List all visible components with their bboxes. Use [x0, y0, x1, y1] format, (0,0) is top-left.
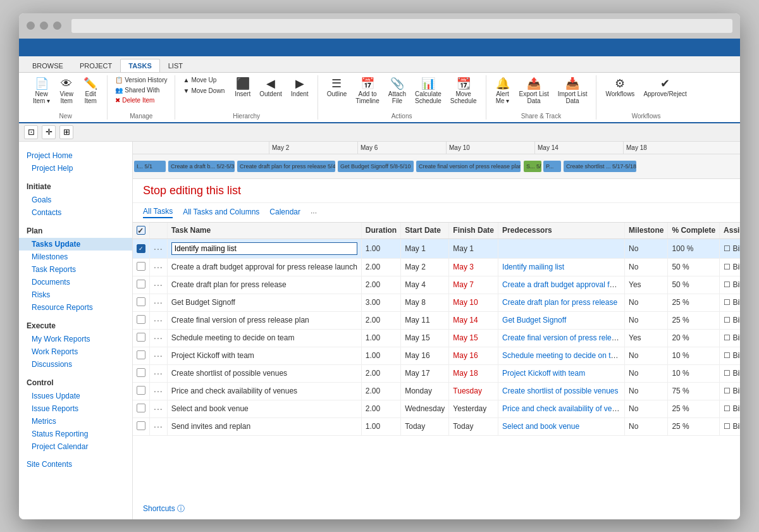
sidebar-item-milestones[interactable]: Milestones — [19, 251, 132, 263]
tab-all-tasks[interactable]: All Tasks — [143, 207, 173, 218]
toolbar-btn-1[interactable]: ⊡ — [24, 125, 38, 139]
row-dots-button[interactable]: ··· — [154, 262, 163, 272]
row-checkbox[interactable] — [137, 421, 145, 430]
row-checkbox[interactable] — [137, 315, 145, 324]
row-task-name[interactable]: Create a draft budget approval for press… — [167, 258, 361, 276]
row-checkbox[interactable] — [137, 368, 145, 377]
row-checkbox[interactable] — [137, 280, 145, 288]
import-list-button[interactable]: 📥 Import ListData — [554, 75, 591, 107]
row-task-name[interactable] — [167, 238, 361, 258]
predecessor-link[interactable]: Create a draft budget approval for press… — [502, 280, 625, 289]
tab-more[interactable]: ··· — [311, 208, 317, 217]
th-assigned-to[interactable]: Assigned To — [720, 223, 740, 239]
tab-list[interactable]: LIST — [160, 59, 191, 72]
sidebar-item-my-work-reports[interactable]: My Work Reports — [19, 333, 132, 345]
view-item-button[interactable]: 👁 ViewItem — [55, 75, 78, 107]
indent-button[interactable]: ▶ Indent — [287, 75, 312, 100]
row-predecessors[interactable]: Create a draft budget approval for press… — [498, 276, 625, 294]
sidebar-item-project-calendar[interactable]: Project Calendar — [19, 440, 132, 453]
toolbar-btn-3[interactable]: ⊞ — [59, 125, 73, 139]
sidebar-item-issue-reports[interactable]: Issue Reports — [19, 402, 132, 415]
move-down-button[interactable]: ▼ Move Down — [180, 86, 227, 96]
stop-editing-banner[interactable]: Stop editing this list — [133, 179, 740, 203]
row-task-name[interactable]: Get Budget Signoff — [167, 294, 361, 311]
sidebar-item-resource-reports[interactable]: Resource Reports — [19, 301, 132, 314]
row-task-name[interactable]: Create final version of press release pl… — [167, 311, 361, 329]
predecessor-link[interactable]: Create shortlist of possible venues — [502, 387, 618, 395]
th-task-name[interactable]: Task Name — [167, 223, 361, 239]
select-all-checkbox[interactable]: ✓ — [137, 226, 145, 235]
th-finish-date[interactable]: Finish Date — [449, 223, 498, 239]
row-task-name[interactable]: Price and check availability of venues — [167, 382, 361, 400]
row-dots-button[interactable]: ··· — [154, 368, 163, 378]
move-up-button[interactable]: ▲ Move Up — [180, 75, 227, 85]
calculate-schedule-button[interactable]: 📊 CalculateSchedule — [411, 75, 445, 107]
sidebar-item-work-reports[interactable]: Work Reports — [19, 345, 132, 358]
row-predecessors[interactable]: Create draft plan for press release — [498, 294, 625, 311]
minimize-btn[interactable] — [40, 22, 48, 30]
tab-tasks[interactable]: TASKS — [120, 59, 159, 72]
th-duration[interactable]: Duration — [361, 223, 400, 239]
shared-with-button[interactable]: 👥 Shared With — [113, 85, 162, 95]
sidebar-item-contacts[interactable]: Contacts — [19, 206, 132, 219]
row-dots-button[interactable]: ··· — [154, 244, 163, 254]
predecessor-link[interactable]: Schedule meeting to decide on team — [502, 351, 625, 360]
sidebar-item-status-reporting[interactable]: Status Reporting — [19, 428, 132, 440]
sidebar-item-task-reports[interactable]: Task Reports — [19, 263, 132, 276]
row-task-name[interactable]: Project Kickoff with team — [167, 347, 361, 364]
shortcuts-link[interactable]: Shortcuts ⓘ — [133, 498, 740, 519]
sidebar-item-risks[interactable]: Risks — [19, 288, 132, 301]
row-task-name[interactable]: Send invites and replan — [167, 418, 361, 435]
url-bar[interactable] — [71, 19, 732, 33]
workflows-button[interactable]: ⚙ Workflows — [602, 75, 638, 100]
sidebar-item-tasks-update[interactable]: Tasks Update — [19, 238, 132, 251]
row-predecessors[interactable]: Price and check availability of venues — [498, 400, 625, 418]
th-predecessors[interactable]: Predecessors — [498, 223, 625, 239]
toolbar-btn-2[interactable]: ✛ — [42, 125, 56, 139]
sidebar-item-project-help[interactable]: Project Help — [19, 162, 132, 175]
row-predecessors[interactable]: Project Kickoff with team — [498, 364, 625, 382]
row-dots-button[interactable]: ··· — [154, 280, 163, 290]
tab-browse[interactable]: BROWSE — [24, 59, 71, 72]
row-predecessors[interactable]: Create shortlist of possible venues — [498, 382, 625, 400]
attach-file-button[interactable]: 📎 AttachFile — [385, 75, 410, 107]
row-task-name[interactable]: Create draft plan for press release — [167, 276, 361, 294]
task-name-input[interactable] — [171, 242, 357, 255]
row-checkbox[interactable] — [137, 262, 145, 271]
sidebar-item-documents[interactable]: Documents — [19, 276, 132, 288]
delete-item-button[interactable]: ✖ Delete Item — [113, 96, 157, 105]
row-dots-button[interactable]: ··· — [154, 386, 163, 396]
sidebar-item-discussions[interactable]: Discussions — [19, 358, 132, 371]
sidebar-item-goals[interactable]: Goals — [19, 194, 132, 206]
row-predecessors[interactable] — [498, 238, 625, 258]
predecessor-link[interactable]: Get Budget Signoff — [502, 316, 566, 325]
row-predecessors[interactable]: Select and book venue — [498, 418, 625, 435]
row-checkbox[interactable] — [137, 350, 145, 359]
row-checkbox[interactable] — [137, 404, 145, 412]
sidebar-item-issues-update[interactable]: Issues Update — [19, 390, 132, 402]
row-predecessors[interactable]: Schedule meeting to decide on team — [498, 347, 625, 364]
version-history-button[interactable]: 📋 Version History — [113, 75, 170, 85]
row-dots-button[interactable]: ··· — [154, 350, 163, 361]
row-checkbox[interactable] — [137, 386, 145, 395]
tab-all-tasks-columns[interactable]: All Tasks and Columns — [183, 207, 259, 218]
edit-item-button[interactable]: ✏️ EditItem — [79, 75, 102, 107]
outline-button[interactable]: ☰ Outline — [323, 75, 351, 100]
row-checkbox[interactable] — [137, 297, 145, 306]
row-dots-button[interactable]: ··· — [154, 421, 163, 431]
row-dots-button[interactable]: ··· — [154, 297, 163, 307]
sidebar-item-project-home[interactable]: Project Home — [19, 149, 132, 162]
close-btn[interactable] — [27, 22, 35, 30]
sidebar-item-site-contents[interactable]: Site Contents — [19, 458, 132, 471]
predecessor-link[interactable]: Select and book venue — [502, 422, 579, 431]
th-pct-complete[interactable]: % Complete — [668, 223, 720, 239]
predecessor-link[interactable]: Create final version of press release pl… — [502, 333, 625, 342]
row-checkbox[interactable] — [137, 333, 145, 342]
tab-calendar[interactable]: Calendar — [269, 207, 300, 218]
row-predecessors[interactable]: Identify mailing list — [498, 258, 625, 276]
row-dots-button[interactable]: ··· — [154, 333, 163, 343]
row-dots-button[interactable]: ··· — [154, 404, 163, 414]
row-task-name[interactable]: Create shortlist of possible venues — [167, 364, 361, 382]
outdent-button[interactable]: ◀ Outdent — [256, 75, 286, 100]
row-checkbox[interactable]: ✓ — [137, 244, 145, 253]
